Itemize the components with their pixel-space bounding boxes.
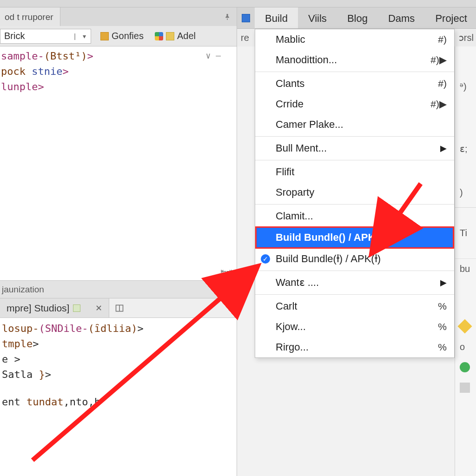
code-token: tundat (26, 396, 63, 408)
menu-item-clants[interactable]: Clants #) (255, 73, 454, 94)
code-token: } (39, 369, 45, 380)
menu-item-label: Clants (276, 78, 304, 90)
lower-tabs: mpre] Studios] ✕ (0, 298, 237, 318)
wrap-icon[interactable]: ⇤⇥ (221, 264, 232, 278)
menu-item-carlt[interactable]: Carlt % (255, 296, 454, 317)
file-tab-gonfies[interactable]: Gonfies (95, 26, 149, 46)
subbar-right-text: ɔrsl (459, 32, 474, 43)
menu-item-clamit[interactable]: Clamit... (255, 206, 454, 226)
menu-item-label: Build Bundle() / APK()) (276, 231, 385, 244)
editor-top[interactable]: ∨ — sample-(Btst¹)> pock stnie> lunple> … (0, 46, 237, 281)
menu-item-label: Clamit... (276, 210, 313, 222)
project-combo[interactable]: Brick |▾ (0, 29, 91, 44)
menu-item-label: Wantɛ .... (276, 277, 319, 289)
explorer-tabstrip: od t rruporer (0, 7, 237, 26)
code-token: ent (2, 396, 26, 408)
app-square-icon (242, 14, 250, 22)
code-token: > (62, 66, 68, 77)
code-token: > (38, 81, 44, 93)
menu-item-shortcut: #) (438, 34, 447, 45)
menu-separator (255, 136, 454, 137)
code-token: ,nto,h (63, 396, 100, 408)
fold-icon[interactable]: ∨ — (205, 49, 221, 62)
file-tab-adel[interactable]: Adel (149, 26, 201, 46)
menu-item-label: Rirgo... (276, 341, 309, 353)
menu-item-flifit[interactable]: Flifit (255, 162, 454, 182)
menu-item-shortcut: #) (438, 78, 447, 89)
menu-item-build-bundle-apk[interactable]: Build Bundle() / APK()) (255, 226, 454, 249)
menu-build[interactable]: Build (255, 7, 298, 28)
code-token: > (14, 353, 20, 365)
submenu-arrow-icon: ▶ (440, 143, 447, 153)
code-token: (SNDile- (39, 323, 88, 334)
subbar-left-text: re (241, 33, 249, 43)
search-icon[interactable] (221, 284, 237, 295)
menu-item-bull-ment[interactable]: Bull Ment... ▶ (255, 138, 454, 159)
menu-separator (255, 271, 454, 271)
gutter-text: ᵊ) (460, 81, 467, 92)
left-pane: od t rruporer Brick |▾ Gonfies Adel ∨ — (0, 7, 237, 476)
code-token: pock (1, 66, 26, 77)
menu-item-label: Build Bundle(ƚ) / APK(ƚ) (276, 253, 381, 265)
menu-item-kjow[interactable]: Kjow... % (255, 317, 454, 337)
code-token: sample- (1, 50, 44, 62)
right-pane: Build Viils Blog Dams Project re ɔrsl ᵊ)… (237, 7, 476, 476)
menu-item-label: Kjow... (276, 321, 306, 333)
menu-item-crride[interactable]: Crride #)▶ (255, 94, 454, 114)
menu-item-label: Bull Ment... (276, 142, 327, 154)
menu-bar: Build Viils Blog Dams Project (237, 7, 476, 29)
block-icon (460, 383, 470, 393)
warning-icon (457, 319, 472, 333)
menu-item-shortcut: % (438, 301, 447, 312)
menu-project[interactable]: Project (425, 7, 476, 28)
menu-item-label: Sroparty (276, 186, 314, 198)
app-top-strip (0, 0, 476, 7)
gutter-label: Ti (460, 228, 467, 238)
menu-viils[interactable]: Viils (298, 7, 337, 28)
pin-icon[interactable] (218, 7, 237, 26)
code-token: > (33, 338, 39, 350)
code-token: (ȋdliia) (88, 323, 137, 334)
menu-separator (255, 204, 454, 205)
file-tab-label: Adel (177, 31, 196, 41)
file-tab-label: Gonfies (112, 31, 144, 41)
svg-point-0 (226, 285, 230, 290)
menu-item-camer-plake[interactable]: Camer Plake... (255, 114, 454, 135)
menu-icon[interactable] (237, 7, 255, 28)
build-menu: Mablic #) Manodittion... #)▶ Clants #) C… (255, 29, 455, 358)
right-gutter: ᵊ) ɛ; ) Ti bu o (455, 46, 476, 476)
code-token: (Btst¹) (44, 50, 87, 62)
menu-item-sroparty[interactable]: Sroparty (255, 182, 454, 203)
code-token: losup- (2, 323, 39, 334)
menu-item-rirgo[interactable]: Rirgo... % (255, 337, 454, 357)
menu-item-label: Carlt (276, 300, 297, 312)
menu-item-shortcut: % (438, 342, 447, 353)
menu-item-mablic[interactable]: Mablic #) (255, 29, 454, 50)
submenu-arrow-icon: ▶ (440, 278, 447, 288)
close-icon[interactable]: ✕ (95, 303, 102, 313)
menu-separator (255, 160, 454, 160)
menu-separator (255, 294, 454, 295)
menu-item-manodittion[interactable]: Manodittion... #)▶ (255, 50, 454, 70)
menu-dams[interactable]: Dams (378, 7, 425, 28)
menu-item-label: Mablic (276, 33, 305, 46)
code-token: > (45, 369, 51, 380)
explorer-tab[interactable]: od t rruporer (0, 7, 60, 26)
code-token: Satla (2, 369, 39, 380)
code-token: e (2, 353, 14, 365)
code-token: lunple (1, 81, 38, 93)
gutter-text: ) (460, 187, 463, 198)
menu-blog[interactable]: Blog (337, 7, 378, 28)
split-icon[interactable] (109, 298, 130, 317)
lower-panel-title: jaunization (2, 284, 44, 295)
menu-item-build-bundle-apk-checked[interactable]: ✓ Build Bundle(ƚ) / APK(ƚ) (255, 249, 454, 269)
lower-tab-studios[interactable]: mpre] Studios] ✕ (0, 298, 109, 317)
gutter-text: o (460, 342, 465, 352)
editor-bottom[interactable]: losup-(SNDile-(ȋdliia)> tmple> e > Satla… (0, 318, 237, 476)
file-icon (100, 32, 109, 40)
file-icon (166, 32, 174, 40)
jigsaw-icon (155, 32, 163, 40)
menu-item-wante[interactable]: Wantɛ .... ▶ (255, 272, 454, 293)
gutter-text: ɛ; (460, 143, 468, 154)
menu-item-label: Manodittion... (276, 54, 337, 66)
